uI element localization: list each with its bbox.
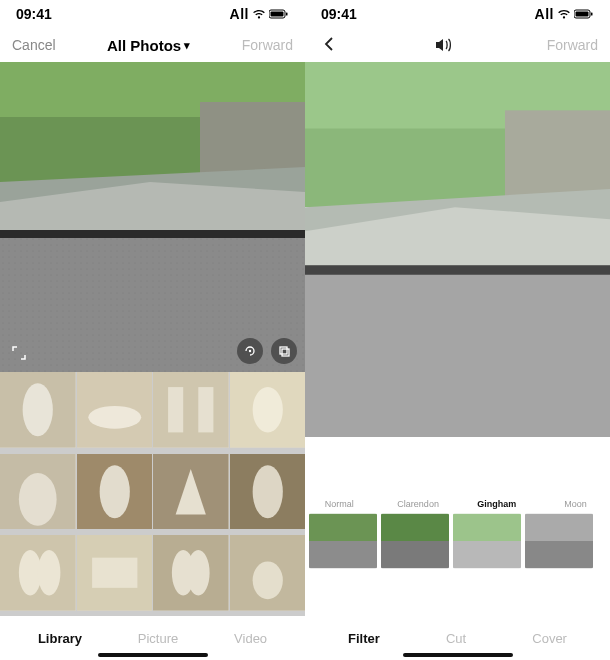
home-indicator[interactable] (98, 653, 208, 657)
svg-rect-8 (0, 230, 305, 238)
svg-rect-44 (591, 13, 593, 16)
tab-picture[interactable]: Picture (138, 631, 178, 646)
nav-bar: Forward (305, 28, 610, 62)
svg-point-13 (249, 350, 251, 352)
status-time: 09:41 (321, 6, 357, 22)
tab-cut[interactable]: Cut (446, 631, 466, 646)
nav-bar: Cancel All Photos ▾ Forward (0, 28, 305, 62)
filter-thumb-normal[interactable] (309, 513, 377, 569)
svg-rect-58 (525, 514, 593, 541)
back-button[interactable] (317, 34, 341, 57)
grid-thumb[interactable] (0, 535, 76, 611)
grid-thumb[interactable] (77, 372, 153, 448)
tab-video[interactable]: Video (234, 631, 267, 646)
svg-rect-2 (286, 13, 288, 16)
selected-photo-preview[interactable] (0, 62, 305, 372)
album-selector[interactable]: All Photos ▾ (107, 37, 190, 54)
svg-rect-57 (453, 541, 521, 568)
chevron-down-icon: ▾ (184, 39, 190, 52)
preview-image (0, 62, 305, 372)
status-carrier: All (230, 6, 289, 22)
svg-rect-36 (92, 558, 137, 588)
filter-label-moon: Moon (545, 499, 606, 509)
grid-thumb[interactable] (230, 454, 306, 530)
preview-action-buttons (237, 338, 297, 364)
wifi-icon (252, 9, 266, 19)
boomerang-button[interactable] (237, 338, 263, 364)
filter-label-normal: Normal (309, 499, 370, 509)
svg-rect-20 (153, 372, 229, 448)
filter-label-clarendon: Clarendon (388, 499, 449, 509)
photo-grid (0, 372, 305, 616)
svg-point-28 (99, 465, 129, 518)
grid-thumb[interactable] (230, 535, 306, 611)
svg-rect-1 (271, 12, 284, 17)
grid-thumb[interactable] (153, 454, 229, 530)
filter-editor-screen: 09:41 All Forward Normal Clarendon (305, 0, 610, 660)
svg-point-39 (187, 550, 210, 595)
filter-thumb-moon[interactable] (525, 513, 593, 569)
svg-rect-22 (198, 387, 213, 432)
svg-rect-51 (305, 275, 610, 437)
battery-icon (269, 9, 289, 19)
filter-labels: Normal Clarendon Gingham Moon (305, 499, 610, 509)
grid-thumb[interactable] (153, 535, 229, 611)
tab-library[interactable]: Library (38, 631, 82, 646)
svg-rect-59 (525, 541, 593, 568)
svg-rect-50 (305, 265, 610, 275)
battery-icon (574, 9, 594, 19)
grid-thumb[interactable] (77, 535, 153, 611)
svg-point-41 (252, 562, 282, 600)
filter-thumb-clarendon[interactable] (381, 513, 449, 569)
forward-button[interactable]: Forward (547, 37, 598, 53)
svg-rect-14 (280, 347, 287, 354)
filter-thumb-gingham[interactable] (453, 513, 521, 569)
preview-image (305, 62, 610, 437)
svg-point-34 (38, 550, 61, 595)
status-bar: 09:41 All (305, 0, 610, 28)
speaker-icon (434, 37, 454, 53)
expand-icon[interactable] (8, 342, 30, 364)
svg-rect-52 (309, 514, 377, 541)
svg-point-26 (19, 473, 57, 526)
cancel-button[interactable]: Cancel (12, 37, 56, 53)
svg-rect-43 (576, 12, 589, 17)
home-indicator[interactable] (403, 653, 513, 657)
status-time: 09:41 (16, 6, 52, 22)
grid-thumb[interactable] (0, 454, 76, 530)
forward-button[interactable]: Forward (242, 37, 293, 53)
svg-point-17 (23, 383, 53, 436)
grid-thumb[interactable] (0, 372, 76, 448)
grid-thumb[interactable] (230, 372, 306, 448)
tab-cover[interactable]: Cover (532, 631, 567, 646)
svg-rect-54 (381, 514, 449, 541)
status-carrier: All (535, 6, 594, 22)
filter-thumbnails (305, 513, 610, 569)
filter-label-gingham: Gingham (467, 499, 528, 509)
svg-rect-55 (381, 541, 449, 568)
filter-strip: Normal Clarendon Gingham Moon (305, 437, 610, 616)
wifi-icon (557, 9, 571, 19)
svg-rect-15 (282, 349, 289, 356)
svg-point-31 (252, 465, 282, 518)
multi-select-button[interactable] (271, 338, 297, 364)
tab-filter[interactable]: Filter (348, 631, 380, 646)
grid-thumb[interactable] (77, 454, 153, 530)
svg-point-24 (252, 387, 282, 432)
status-bar: 09:41 All (0, 0, 305, 28)
sound-toggle[interactable] (434, 37, 454, 53)
svg-rect-53 (309, 541, 377, 568)
album-title: All Photos (107, 37, 181, 54)
svg-rect-56 (453, 514, 521, 541)
grid-thumb[interactable] (153, 372, 229, 448)
photo-picker-screen: 09:41 All Cancel All Photos ▾ Forward (0, 0, 305, 660)
svg-point-19 (88, 406, 141, 429)
svg-rect-21 (168, 387, 183, 432)
chevron-left-icon (323, 36, 335, 52)
edit-preview[interactable] (305, 62, 610, 437)
